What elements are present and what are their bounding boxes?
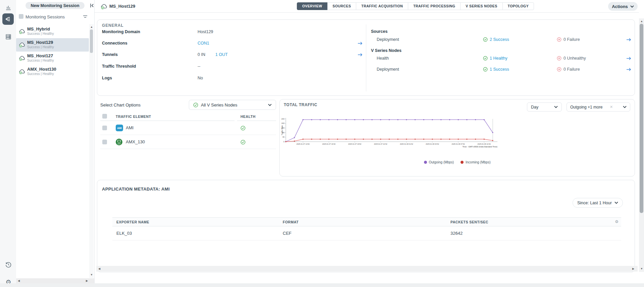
since-dropdown[interactable]: Since: Last 1 Hour <box>573 198 623 208</box>
sidebar: New Monitoring Session Monitoring Sessio… <box>16 0 95 287</box>
sessions-select-all-checkbox[interactable] <box>19 14 23 19</box>
success-status[interactable]: 2 Success <box>483 37 509 42</box>
legend-dot <box>424 161 427 164</box>
cell: CEF <box>283 231 291 236</box>
check-circle-icon <box>483 67 488 72</box>
session-item-ms_hybrid[interactable]: MS_HybridSuccess | Healthy <box>16 25 89 38</box>
main-content: MS_Host129 OVERVIEWSOURCESTRAFFIC ACQUIS… <box>95 0 639 287</box>
x-circle-icon <box>557 37 561 42</box>
session-status: Success | Healthy <box>27 72 54 76</box>
health-check-icon <box>240 140 246 145</box>
sources-title: Sources <box>371 29 387 34</box>
clear-selection-icon[interactable]: ✕ <box>610 105 615 109</box>
failure-status: 0 Unhealthy <box>557 56 586 61</box>
scroll-up-arrow[interactable]: ▲ <box>640 19 643 24</box>
tab-sources[interactable]: SOURCES <box>327 2 357 10</box>
dashboard-icon[interactable] <box>4 3 12 11</box>
egress-tunnel-icon: OUT <box>116 139 122 145</box>
tab-topology[interactable]: TOPOLOGY <box>502 2 534 10</box>
success-status[interactable]: 1 Healthy <box>483 56 507 61</box>
tab-traffic-acquisition[interactable]: TRAFFIC ACQUISITION <box>356 2 408 10</box>
legend-label: Outgoing (Mbps) <box>429 160 454 164</box>
inventory-icon[interactable] <box>4 33 12 41</box>
icon-rail: ⚙ <box>0 0 16 287</box>
tab-overview[interactable]: OVERVIEW <box>297 2 328 10</box>
check-circle-icon <box>193 102 198 107</box>
scroll-left-arrow[interactable]: ◀ <box>98 266 100 271</box>
svg-text:2025-01-08 01:52: 2025-01-08 01:52 <box>400 143 413 145</box>
session-item-ms_host129[interactable]: MS_Host129Success | Healthy <box>16 38 89 52</box>
total-traffic-chart: 04080120160200Traffic Rate2025-01-07 13:… <box>281 117 501 154</box>
scrollbar-thumb[interactable] <box>640 24 643 213</box>
chevron-down-icon <box>268 104 272 106</box>
x-circle-icon <box>557 67 561 72</box>
series-filter-dropdown[interactable]: Outgoing +1 more ✕ <box>567 102 630 112</box>
svg-text:200: 200 <box>281 118 284 120</box>
select-all-checkbox[interactable] <box>102 114 107 119</box>
vseries-deployment-arrow-link[interactable] <box>626 67 632 73</box>
row-checkbox[interactable] <box>102 126 107 130</box>
session-status: Success | Healthy <box>27 32 54 35</box>
application-metadata-title: APPLICATION METADATA: AMI <box>102 187 170 192</box>
ami-badge-icon: AMI <box>116 125 123 131</box>
vseries-health-arrow-link[interactable] <box>626 56 632 62</box>
session-item-ms_host127[interactable]: MS_Host127Success | Healthy <box>16 52 89 65</box>
scroll-right-arrow[interactable]: ▶ <box>86 278 88 283</box>
scroll-left-arrow[interactable]: ◀ <box>18 278 20 283</box>
table-settings-gear-icon[interactable]: ⚙ <box>615 219 619 224</box>
traffic-element-table: TRAFFIC ELEMENT HEALTH AMIAMI OUTAMX_130 <box>100 113 276 149</box>
scrollbar-thumb[interactable] <box>90 29 93 53</box>
traffic-element-name: AMX_130 <box>126 139 145 144</box>
cloud-check-icon <box>19 68 25 75</box>
chevron-down-icon <box>614 202 618 204</box>
svg-text:0: 0 <box>283 141 284 143</box>
legend-label: Incoming (Mbps) <box>466 160 490 164</box>
success-status[interactable]: 1 Success <box>483 67 509 72</box>
tab-v-series-nodes[interactable]: V SERIES NODES <box>460 2 502 10</box>
period-dropdown[interactable]: Day <box>527 102 562 112</box>
scroll-up-arrow[interactable]: ▲ <box>90 24 93 29</box>
session-name: MS_Hybrid <box>27 26 50 31</box>
scroll-down-arrow[interactable]: ▼ <box>90 272 93 277</box>
session-name: MS_Host129 <box>27 40 53 45</box>
scroll-right-arrow[interactable]: ▶ <box>632 266 634 271</box>
session-name: MS_Host127 <box>27 53 53 58</box>
vseries-title: V Series Nodes <box>371 48 401 53</box>
traffic-monitoring-icon[interactable] <box>2 13 14 25</box>
svg-text:40: 40 <box>282 136 284 138</box>
new-monitoring-session-button[interactable]: New Monitoring Session <box>25 2 85 9</box>
cloud-check-icon <box>19 55 25 61</box>
general-panel: GENERAL Monitoring Domain Host129 Connec… <box>97 19 635 96</box>
actions-button[interactable]: Actions <box>608 2 638 11</box>
sidebar-horizontal-scrollbar: ◀ ▶ <box>16 278 94 283</box>
sources-deployment-arrow-link[interactable] <box>626 37 632 44</box>
sessions-header-label: Monitoring Sessions <box>25 14 65 19</box>
scroll-down-arrow[interactable]: ▼ <box>640 266 643 271</box>
health-check-icon <box>240 126 246 131</box>
footer-strip <box>0 283 644 287</box>
traffic-element-name: AMI <box>126 125 133 130</box>
session-item-amx_host130[interactable]: AMX_Host130Success | Healthy <box>16 65 89 78</box>
col-traffic-element: TRAFFIC ELEMENT <box>116 115 151 119</box>
table-header-row: TRAFFIC ELEMENT HEALTH <box>100 113 276 121</box>
check-circle-icon <box>483 37 488 42</box>
session-list: MS_HybridSuccess | Healthy MS_Host129Suc… <box>16 25 89 78</box>
table-header-row: ⚙ EXPORTER NAMEFORMATPACKETS SENT/SEC <box>112 217 621 226</box>
legend-item: Incoming (Mbps) <box>461 160 490 164</box>
col-packets-sent-sec: PACKETS SENT/SEC <box>450 220 488 224</box>
row-checkbox[interactable] <box>102 140 107 144</box>
filter-icon[interactable] <box>83 14 88 21</box>
vseries-nodes-dropdown[interactable]: All V Series Nodes <box>189 100 276 110</box>
failure-status: 0 Failure <box>557 37 580 42</box>
exporter-row[interactable]: ELK_03CEF32642 <box>112 226 621 240</box>
session-status: Success | Healthy <box>27 59 54 62</box>
legend-item: Outgoing (Mbps) <box>424 160 454 164</box>
traffic-element-row-ami[interactable]: AMIAMI <box>100 121 276 135</box>
history-icon[interactable] <box>4 261 12 269</box>
vseries-health-row: Health 1 Healthy 0 Unhealthy <box>97 56 635 62</box>
chevron-down-icon <box>630 5 634 8</box>
cloud-check-icon <box>101 3 108 10</box>
general-row-monitoring-domain: Monitoring Domain Host129 <box>97 29 366 35</box>
tab-traffic-processing[interactable]: TRAFFIC PROCESSING <box>408 2 461 10</box>
traffic-element-row-amx_130[interactable]: OUTAMX_130 <box>100 135 276 149</box>
